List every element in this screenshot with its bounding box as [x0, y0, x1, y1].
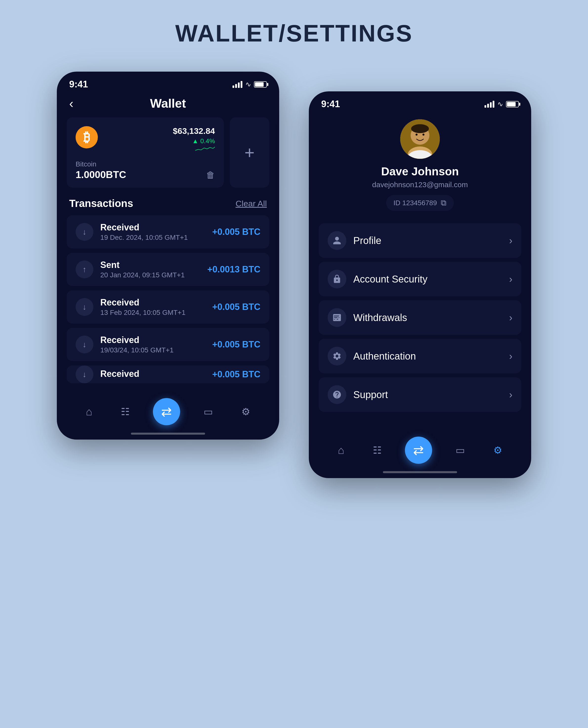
withdrawals-label: Withdrawals [353, 312, 502, 323]
signal-icon [232, 81, 243, 88]
settings-icon-s: ⚙ [493, 445, 502, 456]
settings-nav-s[interactable]: ⚙ [488, 442, 507, 458]
crypto-card-footer: Bitcoin 1.0000BTC 🗑 [76, 160, 215, 180]
crypto-price-info: $63,132.84 ▲ 0.4% [173, 126, 215, 153]
home-nav-s[interactable]: ⌂ [333, 442, 349, 459]
coin-name-label: Bitcoin [76, 160, 126, 168]
btc-card: ₿ $63,132.84 ▲ 0.4% [67, 117, 224, 188]
user-name: Dave Johnson [381, 165, 459, 178]
wallet-header: ‹ Wallet [57, 92, 279, 117]
tx-amount-3: +0.005 BTC [212, 339, 260, 350]
copy-icon[interactable]: ⧉ [441, 198, 446, 208]
wallet-nav-s[interactable]: ▭ [450, 442, 470, 458]
exchange-fab[interactable]: ⇄ [153, 398, 180, 425]
chart-nav[interactable]: ☷ [116, 404, 135, 420]
settings-phone: 9:41 ∿ [309, 91, 531, 478]
clear-all-button[interactable]: Clear All [235, 199, 267, 209]
wifi-icon: ∿ [245, 80, 251, 88]
user-id-badge: ID 123456789 ⧉ [386, 195, 454, 211]
tx-date-1: 20 Jan 2024, 09:15 GMT+1 [100, 271, 201, 279]
withdrawals-menu-item[interactable]: Withdrawals › [319, 300, 521, 335]
svg-point-5 [416, 134, 418, 135]
account-security-menu-item[interactable]: Account Security › [319, 262, 521, 296]
settings-nav[interactable]: ⚙ [236, 404, 255, 420]
tx-amount-2: +0.005 BTC [212, 302, 260, 312]
home-icon-s: ⌂ [338, 444, 344, 456]
tx-amount-0: +0.005 BTC [212, 227, 260, 237]
user-id-text: ID 123456789 [394, 199, 437, 207]
authentication-label: Authentication [353, 351, 502, 362]
profile-menu-item[interactable]: Profile › [319, 223, 521, 258]
time-wallet: 9:41 [69, 79, 88, 90]
table-row: ↓ Received +0.005 BTC [67, 365, 269, 383]
received-icon-3: ↓ [76, 336, 93, 354]
received-icon-4: ↓ [76, 365, 93, 383]
phones-container: 9:41 ∿ ‹ Wallet ₿ [57, 71, 531, 478]
btc-price: $63,132.84 [173, 126, 215, 136]
tx-info-2: Received 13 Feb 2024, 10:05 GMT+1 [100, 297, 205, 317]
bottom-nav-settings: ⌂ ☷ ⇄ ▭ ⚙ [309, 429, 531, 469]
bottom-nav-wallet: ⌂ ☷ ⇄ ▭ ⚙ [57, 391, 279, 430]
back-button[interactable]: ‹ [69, 97, 74, 110]
status-icons-wallet: ∿ [232, 80, 267, 88]
support-icon [328, 385, 346, 404]
support-chevron-icon: › [509, 389, 512, 400]
status-bar-settings: 9:41 ∿ [309, 91, 531, 112]
status-bar-wallet: 9:41 ∿ [57, 71, 279, 92]
tx-date-2: 13 Feb 2024, 10:05 GMT+1 [100, 309, 205, 317]
table-row: ↑ Sent 20 Jan 2024, 09:15 GMT+1 +0.0013 … [67, 253, 269, 286]
transactions-list: ↓ Received 19 Dec. 2024, 10:05 GMT+1 +0.… [57, 215, 279, 383]
chart-icon-s: ☷ [373, 445, 382, 456]
withdrawals-icon [328, 308, 346, 327]
btc-symbol: ₿ [84, 130, 90, 145]
change-text: ▲ 0.4% [192, 137, 215, 145]
status-icons-settings: ∿ [484, 100, 519, 108]
settings-menu: Profile › Account Security › [309, 221, 531, 414]
wallet-nav-icon: ▭ [204, 406, 213, 417]
chart-nav-s[interactable]: ☷ [368, 442, 387, 458]
battery-icon [254, 81, 267, 88]
tx-amount-1: +0.0013 BTC [207, 264, 260, 275]
svg-point-4 [411, 124, 429, 133]
profile-label: Profile [353, 235, 502, 246]
battery-icon-s [506, 101, 519, 107]
table-row: ↓ Received 13 Feb 2024, 10:05 GMT+1 +0.0… [67, 291, 269, 323]
time-settings: 9:41 [321, 99, 340, 109]
home-indicator-settings [383, 471, 457, 473]
wallet-nav[interactable]: ▭ [198, 404, 218, 420]
exchange-icon: ⇄ [161, 404, 172, 419]
table-row: ↓ Received 19 Dec. 2024, 10:05 GMT+1 +0.… [67, 215, 269, 249]
withdrawals-chevron-icon: › [509, 312, 512, 323]
tx-info-1: Sent 20 Jan 2024, 09:15 GMT+1 [100, 260, 201, 279]
exchange-fab-s[interactable]: ⇄ [405, 436, 432, 464]
page-title: WALLET/SETTINGS [175, 20, 413, 47]
account-security-label: Account Security [353, 274, 502, 285]
tx-info-3: Received 19/03/24, 10:05 GMT+1 [100, 335, 205, 354]
tx-info-4: Received [100, 369, 205, 380]
support-menu-item[interactable]: Support › [319, 377, 521, 412]
security-icon [328, 270, 346, 288]
wallet-phone: 9:41 ∿ ‹ Wallet ₿ [57, 71, 279, 440]
home-indicator-wallet [131, 433, 205, 435]
home-icon: ⌂ [86, 406, 92, 418]
support-label: Support [353, 389, 502, 400]
delete-card-icon[interactable]: 🗑 [206, 170, 215, 180]
settings-icon: ⚙ [241, 406, 250, 417]
btc-change: ▲ 0.4% [173, 137, 215, 145]
mini-chart [173, 146, 215, 153]
table-row: ↓ Received 19/03/24, 10:05 GMT+1 +0.005 … [67, 328, 269, 361]
coin-amount: 1.0000BTC [76, 169, 126, 180]
received-icon-0: ↓ [76, 223, 93, 241]
tx-amount-4: +0.005 BTC [212, 369, 260, 380]
add-card-button[interactable]: + [230, 117, 269, 188]
tx-date-0: 19 Dec. 2024, 10:05 GMT+1 [100, 234, 205, 241]
wallet-screen-title: Wallet [150, 96, 186, 111]
exchange-icon-s: ⇄ [413, 443, 424, 457]
authentication-icon [328, 347, 346, 365]
tx-type-4: Received [100, 369, 205, 379]
home-nav[interactable]: ⌂ [81, 403, 97, 420]
received-icon-2: ↓ [76, 298, 93, 316]
authentication-menu-item[interactable]: Authentication › [319, 339, 521, 373]
svg-point-6 [422, 134, 424, 135]
signal-icon-s [484, 101, 495, 108]
